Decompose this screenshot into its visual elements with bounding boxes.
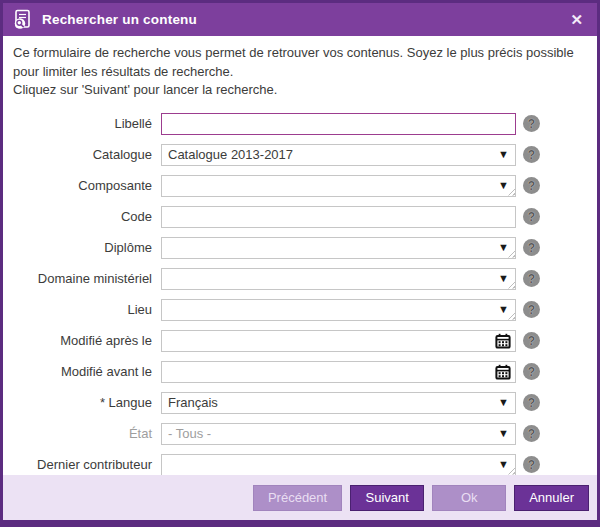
code-label: Code [13, 209, 161, 224]
catalogue-select[interactable]: Catalogue 2013-2017 ▼ [161, 144, 516, 166]
code-input[interactable] [161, 206, 516, 228]
calendar-icon[interactable] [495, 364, 511, 380]
search-form: Libellé ? Catalogue Catalogue 2013-2017 … [13, 113, 587, 476]
description-line-2: Cliquez sur 'Suivant' pour lancer la rec… [13, 81, 587, 100]
dropdown-arrow-icon: ▼ [498, 459, 509, 470]
help-icon[interactable]: ? [523, 208, 540, 225]
ok-button[interactable]: Ok [432, 485, 506, 511]
field-row-libelle: Libellé ? [13, 113, 587, 135]
modifie-avant-le-date-input[interactable] [168, 364, 495, 379]
field-row-modifie-apres-le: Modifié après le [13, 330, 587, 352]
etat-select[interactable]: - Tous - ▼ [161, 423, 516, 445]
dropdown-arrow-icon: ▼ [498, 304, 509, 315]
suivant-button[interactable]: Suivant [350, 485, 424, 511]
dialog-footer: Précédent Suivant Ok Annuler [3, 475, 597, 520]
domaine-ministeriel-label: Domaine ministériel [13, 271, 161, 286]
help-icon[interactable]: ? [523, 394, 540, 411]
search-document-icon [11, 8, 35, 32]
libelle-input[interactable] [161, 113, 516, 135]
field-row-diplome: Diplôme ▼ ? [13, 237, 587, 259]
help-icon[interactable]: ? [523, 270, 540, 287]
modifie-apres-le-label: Modifié après le [13, 333, 161, 348]
field-row-modifie-avant-le: Modifié avant le [13, 361, 587, 383]
modifie-apres-le-date-input[interactable] [168, 333, 495, 348]
composante-select[interactable]: ▼ [161, 175, 516, 197]
catalogue-label: Catalogue [13, 147, 161, 162]
dropdown-arrow-icon: ▼ [498, 428, 509, 439]
field-row-catalogue: Catalogue Catalogue 2013-2017 ▼ ? [13, 144, 587, 166]
etat-select-value: - Tous - [168, 426, 494, 441]
langue-select[interactable]: Français ▼ [161, 392, 516, 414]
help-icon[interactable]: ? [523, 425, 540, 442]
field-row-composante: Composante ▼ ? [13, 175, 587, 197]
composante-label: Composante [13, 178, 161, 193]
field-row-etat: État - Tous - ▼ ? [13, 423, 587, 445]
diplome-label: Diplôme [13, 240, 161, 255]
lieu-label: Lieu [13, 302, 161, 317]
help-icon[interactable]: ? [523, 115, 540, 132]
lieu-select[interactable]: ▼ [161, 299, 516, 321]
dialog-title: Rechercher un contenu [42, 12, 566, 27]
diplome-select[interactable]: ▼ [161, 237, 516, 259]
field-row-domaine-ministeriel: Domaine ministériel ▼ ? [13, 268, 587, 290]
etat-label: État [13, 426, 161, 441]
description-line-1: Ce formulaire de recherche vous permet d… [13, 44, 587, 81]
help-icon[interactable]: ? [523, 363, 540, 380]
field-row-code: Code ? [13, 206, 587, 228]
annuler-button[interactable]: Annuler [514, 485, 589, 511]
catalogue-select-value: Catalogue 2013-2017 [168, 147, 494, 162]
dropdown-arrow-icon: ▼ [498, 273, 509, 284]
help-icon[interactable]: ? [523, 332, 540, 349]
dialog-description: Ce formulaire de recherche vous permet d… [13, 44, 587, 100]
dernier-contributeur-select[interactable]: ▼ [161, 454, 516, 476]
help-icon[interactable]: ? [523, 456, 540, 473]
calendar-icon[interactable] [495, 333, 511, 349]
help-icon[interactable]: ? [523, 239, 540, 256]
field-row-dernier-contributeur: Dernier contributeur ▼ ? [13, 454, 587, 476]
dialog-titlebar: Rechercher un contenu ✕ [3, 3, 597, 36]
field-row-langue: * Langue Français ▼ ? [13, 392, 587, 414]
close-icon[interactable]: ✕ [566, 10, 587, 29]
libelle-label: Libellé [13, 116, 161, 131]
modifie-avant-le-label: Modifié avant le [13, 364, 161, 379]
dropdown-arrow-icon: ▼ [498, 397, 509, 408]
search-content-dialog: Rechercher un contenu ✕ Ce formulaire de… [0, 0, 600, 527]
help-icon[interactable]: ? [523, 146, 540, 163]
langue-select-value: Français [168, 395, 494, 410]
dropdown-arrow-icon: ▼ [498, 242, 509, 253]
help-icon[interactable]: ? [523, 301, 540, 318]
field-row-lieu: Lieu ▼ ? [13, 299, 587, 321]
dernier-contributeur-label: Dernier contributeur [13, 457, 161, 472]
dropdown-arrow-icon: ▼ [498, 180, 509, 191]
dialog-body: Ce formulaire de recherche vous permet d… [3, 36, 597, 475]
langue-label: * Langue [13, 395, 161, 410]
help-icon[interactable]: ? [523, 177, 540, 194]
domaine-ministeriel-select[interactable]: ▼ [161, 268, 516, 290]
dropdown-arrow-icon: ▼ [498, 149, 509, 160]
precedent-button[interactable]: Précédent [253, 485, 342, 511]
